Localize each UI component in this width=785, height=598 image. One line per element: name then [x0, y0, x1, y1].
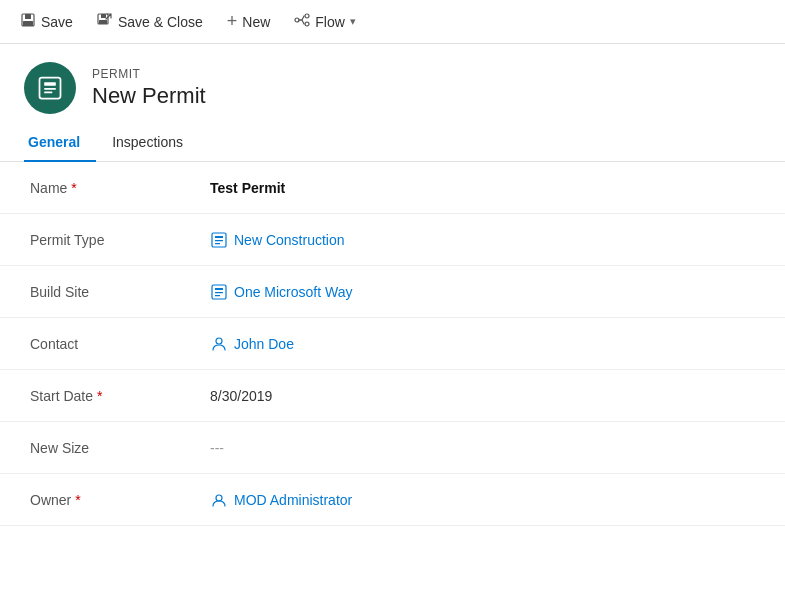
- toolbar: Save Save & Close + New Flow ▾: [0, 0, 785, 44]
- svg-rect-12: [44, 92, 52, 94]
- field-label-owner: Owner *: [30, 492, 210, 508]
- save-close-label: Save & Close: [118, 14, 203, 30]
- svg-rect-14: [215, 236, 223, 238]
- flow-label: Flow: [315, 14, 345, 30]
- save-icon: [20, 12, 36, 32]
- field-value-permit-type[interactable]: New Construction: [210, 231, 755, 249]
- new-button[interactable]: + New: [217, 5, 281, 38]
- record-header: PERMIT New Permit: [0, 44, 785, 126]
- field-label-permit-type: Permit Type: [30, 232, 210, 248]
- new-label: New: [242, 14, 270, 30]
- record-icon: [24, 62, 76, 114]
- field-row-owner: Owner * MOD Administrator: [0, 474, 785, 526]
- svg-rect-18: [215, 288, 223, 290]
- svg-rect-19: [215, 292, 223, 293]
- field-label-new-size: New Size: [30, 440, 210, 456]
- flow-button[interactable]: Flow ▾: [284, 6, 366, 38]
- record-title-block: PERMIT New Permit: [92, 67, 206, 109]
- field-label-name: Name *: [30, 180, 210, 196]
- save-close-icon: [97, 12, 113, 32]
- save-button[interactable]: Save: [10, 6, 83, 38]
- field-row-name: Name * Test Permit: [0, 162, 785, 214]
- svg-rect-2: [23, 21, 33, 26]
- tab-bar: General Inspections: [0, 126, 785, 162]
- save-close-button[interactable]: Save & Close: [87, 6, 213, 38]
- field-value-start-date[interactable]: 8/30/2019: [210, 388, 755, 404]
- svg-rect-10: [44, 82, 56, 86]
- svg-rect-5: [99, 20, 107, 24]
- field-label-build-site: Build Site: [30, 284, 210, 300]
- field-value-contact[interactable]: John Doe: [210, 335, 755, 353]
- entity-icon: [210, 231, 228, 249]
- entity-icon-2: [210, 283, 228, 301]
- required-indicator-3: *: [75, 492, 80, 508]
- required-indicator-2: *: [97, 388, 102, 404]
- svg-rect-11: [44, 88, 56, 90]
- owner-icon: [210, 491, 228, 509]
- svg-point-8: [305, 22, 309, 26]
- svg-rect-1: [25, 14, 31, 19]
- tab-general[interactable]: General: [24, 126, 96, 162]
- field-value-name[interactable]: Test Permit: [210, 180, 755, 196]
- new-icon: +: [227, 11, 238, 32]
- form-general: Name * Test Permit Permit Type New Const…: [0, 162, 785, 526]
- record-name: New Permit: [92, 83, 206, 109]
- svg-rect-20: [215, 295, 220, 296]
- field-row-permit-type: Permit Type New Construction: [0, 214, 785, 266]
- svg-rect-16: [215, 243, 220, 244]
- field-value-owner[interactable]: MOD Administrator: [210, 491, 755, 509]
- svg-rect-4: [101, 14, 106, 18]
- field-label-start-date: Start Date *: [30, 388, 210, 404]
- required-indicator: *: [71, 180, 76, 196]
- record-type-label: PERMIT: [92, 67, 206, 81]
- field-row-contact: Contact John Doe: [0, 318, 785, 370]
- field-row-new-size: New Size ---: [0, 422, 785, 474]
- flow-icon: [294, 12, 310, 32]
- field-label-contact: Contact: [30, 336, 210, 352]
- svg-point-7: [305, 14, 309, 18]
- svg-point-21: [216, 495, 222, 501]
- field-row-start-date: Start Date * 8/30/2019: [0, 370, 785, 422]
- svg-point-6: [295, 18, 299, 22]
- save-label: Save: [41, 14, 73, 30]
- flow-chevron-icon: ▾: [350, 15, 356, 28]
- tab-inspections[interactable]: Inspections: [108, 126, 199, 162]
- field-value-new-size[interactable]: ---: [210, 440, 755, 456]
- field-value-build-site[interactable]: One Microsoft Way: [210, 283, 755, 301]
- field-row-build-site: Build Site One Microsoft Way: [0, 266, 785, 318]
- svg-rect-15: [215, 240, 223, 241]
- contact-icon: [210, 335, 228, 353]
